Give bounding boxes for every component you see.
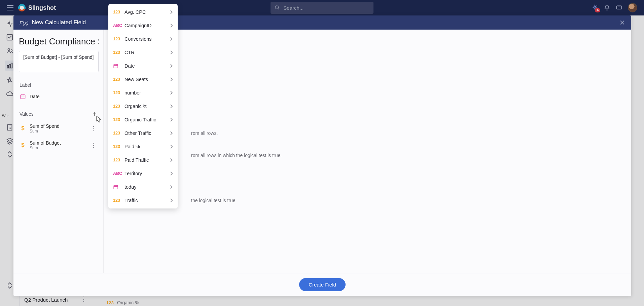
field-picker-item[interactable]: 123Other Traffic bbox=[108, 126, 178, 140]
field-picker-label: CampaignID bbox=[124, 23, 166, 28]
chevron-right-icon bbox=[170, 64, 173, 68]
field-picker-label: Date bbox=[124, 63, 166, 69]
field-picker-item[interactable]: 123Paid % bbox=[108, 140, 178, 153]
field-picker-item[interactable]: 123Organic Traffic bbox=[108, 113, 178, 126]
number-type-icon: 123 bbox=[113, 37, 120, 41]
field-picker-item[interactable]: 123Paid Traffic bbox=[108, 153, 178, 167]
chevron-right-icon bbox=[170, 50, 173, 54]
chevron-right-icon bbox=[170, 104, 173, 108]
field-picker-label: Avg. CPC bbox=[124, 9, 166, 15]
svg-rect-10 bbox=[114, 64, 118, 68]
field-picker-item[interactable]: today bbox=[108, 180, 178, 194]
text-type-icon: ABC bbox=[113, 23, 120, 28]
number-type-icon: 123 bbox=[113, 10, 120, 14]
field-picker-item[interactable]: 123Avg. CPC bbox=[108, 5, 178, 19]
field-picker-item[interactable]: 123number bbox=[108, 86, 178, 100]
value-menu-button[interactable]: ⋮ bbox=[89, 125, 98, 132]
chevron-right-icon bbox=[170, 77, 173, 81]
formula-input[interactable]: [Sum of Budget] - [Sum of Spend] bbox=[19, 51, 99, 72]
chevron-right-icon bbox=[170, 118, 173, 122]
number-type-icon: 123 bbox=[113, 144, 120, 149]
modal-right-panel: rom all rows. rom all rows in which the … bbox=[104, 30, 631, 273]
calculated-field-modal: F(x) New Calculated Field Budget Complia… bbox=[13, 15, 631, 296]
field-picker-item[interactable]: Date bbox=[108, 59, 178, 73]
field-picker-label: Paid Traffic bbox=[124, 157, 166, 163]
field-picker-item[interactable]: 123Conversions bbox=[108, 32, 178, 46]
chevron-right-icon bbox=[170, 198, 173, 202]
values-section-header: Values + bbox=[19, 108, 99, 120]
field-picker-label: Organic % bbox=[124, 104, 166, 109]
hint-text: rom all rows. bbox=[191, 130, 218, 136]
field-picker-label: Territory bbox=[124, 171, 166, 176]
number-type-icon: 123 bbox=[113, 117, 120, 122]
chevron-right-icon bbox=[170, 131, 173, 135]
chevron-right-icon bbox=[170, 91, 173, 95]
field-picker-item[interactable]: ABCTerritory bbox=[108, 167, 178, 180]
number-type-icon: 123 bbox=[113, 158, 120, 162]
value-agg: Sum bbox=[30, 129, 86, 133]
field-picker-item[interactable]: 123Organic % bbox=[108, 100, 178, 113]
label-field-date[interactable]: Date bbox=[19, 90, 99, 103]
dollar-icon: $ bbox=[20, 125, 26, 132]
value-field-spend[interactable]: $ Sum of Spend Sum ⋮ bbox=[19, 120, 99, 137]
field-picker-item[interactable]: 123Traffic bbox=[108, 194, 178, 207]
modal-title: New Calculated Field bbox=[32, 19, 86, 26]
label-field-name: Date bbox=[30, 94, 98, 99]
field-picker-item[interactable]: 123New Seats bbox=[108, 73, 178, 86]
svg-rect-11 bbox=[114, 185, 118, 189]
dollar-icon: $ bbox=[20, 142, 26, 149]
add-value-button[interactable]: + bbox=[91, 110, 99, 118]
chevron-right-icon bbox=[170, 37, 173, 41]
date-type-icon bbox=[113, 63, 120, 69]
field-picker-label: CTR bbox=[124, 50, 166, 55]
chevron-right-icon bbox=[170, 145, 173, 149]
text-type-icon: ABC bbox=[113, 171, 120, 176]
hint-text: rom all rows in which the logical test i… bbox=[191, 153, 282, 158]
field-picker-label: Other Traffic bbox=[124, 130, 166, 136]
field-picker-item[interactable]: ABCCampaignID bbox=[108, 19, 178, 32]
date-type-icon bbox=[113, 184, 120, 190]
value-name: Sum of Spend bbox=[30, 123, 86, 129]
field-picker-item[interactable]: 123CTR bbox=[108, 46, 178, 59]
field-picker-label: Traffic bbox=[124, 198, 166, 203]
field-picker-popover: 123Avg. CPCABCCampaignID123Conversions12… bbox=[108, 4, 178, 208]
chevron-right-icon bbox=[170, 171, 173, 176]
number-type-icon: 123 bbox=[113, 131, 120, 136]
label-section-header: Label bbox=[19, 80, 99, 90]
modal-left-panel: Budget Compliance Sum [Sum of Budget] - … bbox=[13, 30, 104, 273]
value-name: Sum of Budget bbox=[30, 140, 86, 146]
chevron-right-icon bbox=[170, 158, 173, 162]
field-picker-label: Organic Traffic bbox=[124, 117, 166, 122]
chevron-right-icon bbox=[170, 185, 173, 189]
value-field-budget[interactable]: $ Sum of Budget Sum ⋮ bbox=[19, 137, 99, 154]
modal-footer: Create Field bbox=[13, 273, 631, 296]
close-icon bbox=[619, 20, 625, 26]
number-type-icon: 123 bbox=[113, 104, 120, 109]
hint-text: the logical test is true. bbox=[191, 198, 237, 203]
chevron-right-icon bbox=[170, 24, 173, 28]
field-picker-label: today bbox=[124, 184, 166, 190]
report-title[interactable]: Budget Compliance Sum bbox=[19, 36, 99, 47]
number-type-icon: 123 bbox=[113, 50, 120, 55]
modal-header: F(x) New Calculated Field bbox=[13, 15, 631, 30]
create-field-button[interactable]: Create Field bbox=[299, 278, 346, 291]
field-picker-label: number bbox=[124, 90, 166, 95]
close-button[interactable] bbox=[619, 20, 625, 26]
calendar-icon bbox=[20, 93, 26, 100]
field-picker-label: Conversions bbox=[124, 36, 166, 42]
fx-label: F(x) bbox=[20, 20, 29, 26]
field-picker-label: New Seats bbox=[124, 77, 166, 82]
value-menu-button[interactable]: ⋮ bbox=[89, 142, 98, 149]
number-type-icon: 123 bbox=[113, 198, 120, 203]
number-type-icon: 123 bbox=[113, 90, 120, 95]
chevron-right-icon bbox=[170, 10, 173, 14]
field-picker-label: Paid % bbox=[124, 144, 166, 149]
value-agg: Sum bbox=[30, 146, 86, 150]
svg-rect-9 bbox=[21, 95, 25, 99]
number-type-icon: 123 bbox=[113, 77, 120, 82]
